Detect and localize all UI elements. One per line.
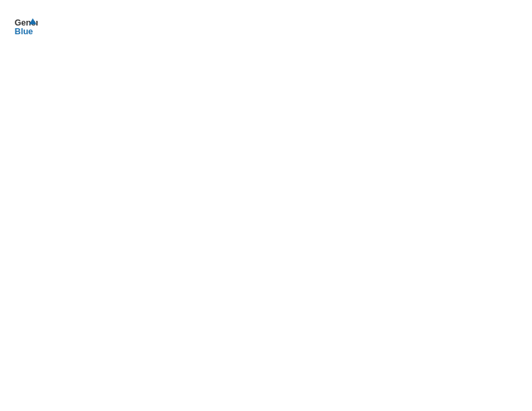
page-header: General Blue bbox=[13, 13, 519, 38]
svg-text:Blue: Blue bbox=[15, 27, 33, 36]
logo: General Blue bbox=[13, 13, 38, 38]
logo-icon: General Blue bbox=[13, 13, 38, 38]
